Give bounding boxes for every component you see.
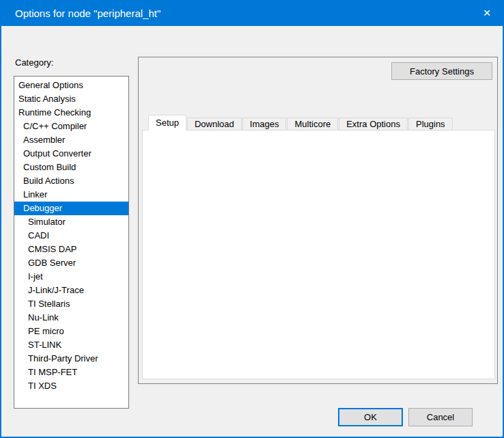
category-item-cadi[interactable]: CADI xyxy=(14,229,128,243)
title-bar: Options for node "peripheral_ht" × xyxy=(1,1,503,26)
tab-extra-options[interactable]: Extra Options xyxy=(339,118,408,131)
options-dialog: Options for node "peripheral_ht" × Categ… xyxy=(0,0,504,438)
category-item-general-options[interactable]: General Options xyxy=(14,79,128,92)
category-item-runtime-checking[interactable]: Runtime Checking xyxy=(14,106,128,120)
factory-settings-button[interactable]: Factory Settings xyxy=(391,62,492,80)
tab-plugins[interactable]: Plugins xyxy=(408,118,453,131)
category-item-static-analysis[interactable]: Static Analysis xyxy=(14,92,128,106)
category-item-debugger[interactable]: Debugger xyxy=(14,202,128,215)
category-item-cmsis-dap[interactable]: CMSIS DAP xyxy=(14,243,128,256)
close-icon: × xyxy=(483,5,490,20)
cancel-button[interactable]: Cancel xyxy=(408,408,473,426)
tab-download[interactable]: Download xyxy=(187,118,242,131)
tab-strip: SetupDownloadImagesMulticoreExtra Option… xyxy=(148,115,453,131)
category-item-pe-micro[interactable]: PE micro xyxy=(14,325,128,338)
category-item-j-link-j-trace[interactable]: J-Link/J-Trace xyxy=(14,284,128,297)
category-item-st-link[interactable]: ST-LINK xyxy=(14,338,128,352)
tab-setup[interactable]: Setup xyxy=(148,115,186,131)
category-item-assembler[interactable]: Assembler xyxy=(14,133,128,147)
tab-images[interactable]: Images xyxy=(242,118,287,131)
category-item-ti-msp-fet[interactable]: TI MSP-FET xyxy=(14,366,128,379)
close-button[interactable]: × xyxy=(471,1,503,26)
category-item-ti-xds[interactable]: TI XDS xyxy=(14,379,128,393)
window-title: Options for node "peripheral_ht" xyxy=(15,1,160,26)
category-item-simulator[interactable]: Simulator xyxy=(14,215,128,229)
category-item-i-jet[interactable]: I-jet xyxy=(14,270,128,284)
tab-multicore[interactable]: Multicore xyxy=(287,118,338,131)
category-listbox[interactable]: General OptionsStatic AnalysisRuntime Ch… xyxy=(14,76,129,409)
category-item-build-actions[interactable]: Build Actions xyxy=(14,174,128,188)
category-label: Category: xyxy=(15,57,53,68)
category-item-gdb-server[interactable]: GDB Server xyxy=(14,256,128,270)
category-item-nu-link[interactable]: Nu-Link xyxy=(14,311,128,325)
category-item-custom-build[interactable]: Custom Build xyxy=(14,161,128,174)
category-item-output-converter[interactable]: Output Converter xyxy=(14,147,128,161)
category-item-c-c-compiler[interactable]: C/C++ Compiler xyxy=(14,120,128,133)
ok-button[interactable]: OK xyxy=(338,408,403,426)
category-item-ti-stellaris[interactable]: TI Stellaris xyxy=(14,297,128,311)
setup-tab-page xyxy=(142,130,495,379)
category-item-linker[interactable]: Linker xyxy=(14,188,128,202)
category-item-third-party-driver[interactable]: Third-Party Driver xyxy=(14,352,128,366)
